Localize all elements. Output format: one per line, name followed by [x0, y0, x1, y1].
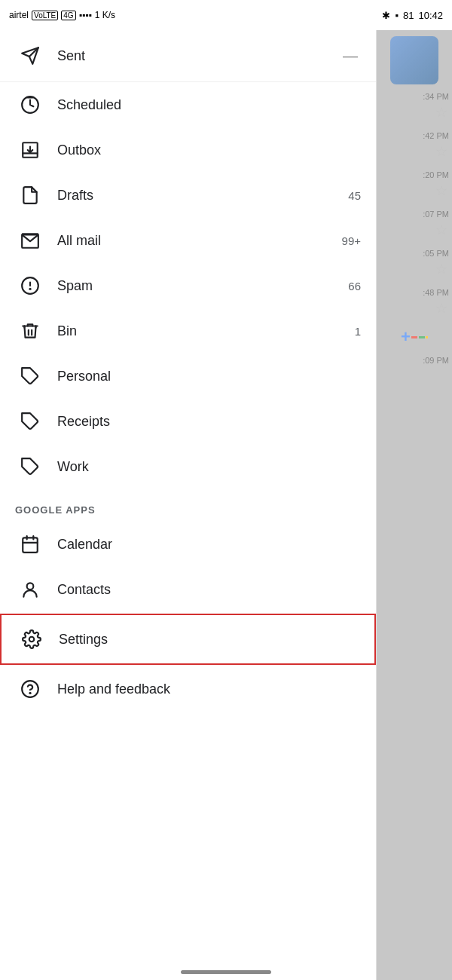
spam-label: Spam: [57, 278, 348, 294]
drafts-icon: [15, 180, 45, 210]
calendar-label: Calendar: [57, 537, 361, 553]
sidebar-item-work[interactable]: Work: [0, 444, 376, 489]
battery-icon: ▪: [395, 10, 399, 21]
sidebar-item-outbox[interactable]: Outbox: [0, 127, 376, 173]
sidebar-item-calendar[interactable]: Calendar: [0, 522, 376, 567]
sidebar-item-drafts[interactable]: Drafts 45: [0, 173, 376, 218]
main-layout: Sent — Scheduled: [0, 30, 452, 980]
email-time-3: :20 PM: [377, 166, 452, 181]
sidebar-item-contacts[interactable]: Contacts: [0, 567, 376, 612]
allmail-label: All mail: [57, 233, 342, 249]
sidebar-item-scheduled[interactable]: Scheduled: [0, 82, 376, 127]
scheduled-icon: [15, 90, 45, 120]
outbox-label: Outbox: [57, 142, 361, 158]
sidebar-item-receipts[interactable]: Receipts: [0, 399, 376, 444]
bin-badge: 1: [355, 325, 361, 338]
bluetooth-icon: ✱: [382, 10, 390, 21]
star-1: ☆: [377, 103, 452, 127]
email-time-5: :05 PM: [377, 244, 452, 259]
battery-level: 81: [403, 10, 414, 21]
google-apps-header: GOOGLE APPS: [0, 489, 376, 522]
home-indicator: [181, 970, 271, 974]
receipts-label-icon: [15, 406, 45, 436]
sidebar-item-bin[interactable]: Bin 1: [0, 308, 376, 354]
status-left: airtel VoLTE 4G ▪▪▪▪ 1 K/s: [9, 10, 115, 20]
help-label: Help and feedback: [57, 681, 361, 697]
carrier-label: airtel: [9, 10, 29, 20]
time-display: 10:42: [418, 10, 443, 21]
contacts-label: Contacts: [57, 582, 361, 598]
signal-bars: ▪▪▪▪: [79, 10, 92, 20]
email-list-behind: :34 PM ☆ :42 PM ☆ :20 PM ☆ :07 PM ☆ :05 …: [377, 30, 452, 980]
status-right: ✱ ▪ 81 10:42: [382, 10, 443, 21]
sent-item[interactable]: Sent —: [0, 30, 376, 82]
star-5: ☆: [377, 259, 452, 283]
email-time-7: :09 PM: [377, 351, 452, 366]
spam-badge: 66: [348, 280, 361, 292]
work-label-icon: [15, 452, 45, 482]
network-gen: 4G: [61, 11, 75, 20]
compose-fab: +: [396, 326, 433, 348]
sent-label: Sent: [57, 48, 343, 64]
allmail-badge: 99+: [342, 234, 361, 247]
svg-point-18: [29, 637, 35, 642]
drafts-badge: 45: [348, 189, 361, 202]
star-6: ☆: [377, 299, 452, 323]
status-bar: airtel VoLTE 4G ▪▪▪▪ 1 K/s ✱ ▪ 81 10:42: [0, 0, 452, 30]
help-icon: [15, 674, 45, 704]
receipts-label: Receipts: [57, 414, 361, 430]
bin-label: Bin: [57, 323, 355, 339]
profile-avatar: [390, 36, 438, 84]
settings-icon: [17, 624, 47, 654]
email-time-4: :07 PM: [377, 205, 452, 220]
spam-icon: [15, 271, 45, 301]
sidebar-item-personal[interactable]: Personal: [0, 354, 376, 399]
sidebar-item-settings[interactable]: Settings: [0, 614, 376, 665]
sidebar-item-help[interactable]: Help and feedback: [0, 666, 376, 712]
contacts-icon: [15, 574, 45, 605]
svg-rect-7: [22, 233, 38, 234]
work-label: Work: [57, 459, 361, 475]
personal-label-icon: [15, 361, 45, 391]
calendar-icon: [15, 529, 45, 559]
data-speed: 1 K/s: [95, 10, 115, 20]
drafts-label: Drafts: [57, 188, 348, 204]
sidebar-item-spam[interactable]: Spam 66: [0, 263, 376, 308]
scheduled-label: Scheduled: [57, 97, 361, 113]
allmail-icon: [15, 225, 45, 256]
star-4: ☆: [377, 220, 452, 244]
email-time-2: :42 PM: [377, 127, 452, 142]
star-3: ☆: [377, 181, 452, 205]
svg-point-17: [27, 583, 34, 590]
svg-rect-13: [23, 537, 38, 553]
sent-icon: [15, 41, 45, 71]
sidebar-item-allmail[interactable]: All mail 99+: [0, 218, 376, 263]
outbox-icon: [15, 135, 45, 165]
email-time-1: :34 PM: [377, 87, 452, 103]
settings-label: Settings: [59, 632, 359, 648]
star-2: ☆: [377, 142, 452, 166]
email-time-6: :48 PM: [377, 283, 452, 299]
personal-label: Personal: [57, 369, 361, 384]
bin-icon: [15, 316, 45, 346]
network-type: VoLTE: [32, 11, 58, 20]
navigation-drawer: Sent — Scheduled: [0, 30, 377, 980]
